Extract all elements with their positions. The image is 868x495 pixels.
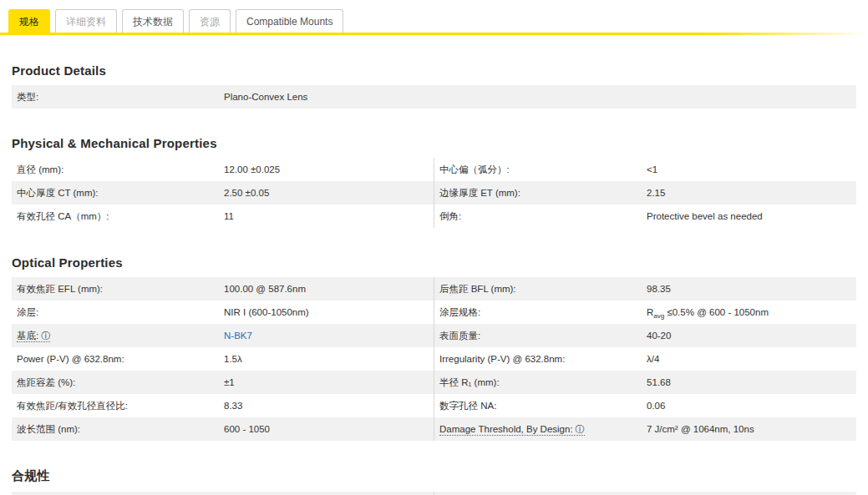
spec-label-text: 有效焦距 EFL (mm): <box>17 284 103 294</box>
spec-label: 数字孔径 NA: <box>439 400 647 412</box>
spec-value: NIR I (600-1050nm) <box>224 307 309 317</box>
spec-cell: 中心厚度 CT (mm):2.50 ±0.05 <box>12 181 434 205</box>
spec-label: 有效焦距 EFL (mm): <box>17 283 224 295</box>
spec-label-text: 后焦距 BFL (mm): <box>439 284 516 294</box>
spec-label-text: 数字孔径 NA: <box>439 401 496 411</box>
table-row: 有效焦距/有效孔径直径比:8.33数字孔径 NA:0.06 <box>12 394 856 417</box>
spec-label: 半径 R₁ (mm): <box>439 376 647 389</box>
spec-label-text: 半径 R₁ (mm): <box>439 377 500 387</box>
spec-cell: Irregularity (P-V) @ 632.8nm:λ/4 <box>434 347 856 371</box>
spec-value: 100.00 @ 587.6nm <box>224 284 306 294</box>
spec-value: ±1 <box>224 377 235 387</box>
spec-label: 有效焦距/有效孔径直径比: <box>17 400 224 412</box>
spec-value: λ/4 <box>647 354 659 364</box>
spec-label-text: 倒角: <box>439 211 461 221</box>
spec-label: 倒角: <box>439 210 647 223</box>
info-icon[interactable]: ⓘ <box>41 330 50 342</box>
spec-cell: 有效孔径 CA（mm）:11 <box>12 205 434 228</box>
spec-value: 51.68 <box>647 377 671 387</box>
tab-specs[interactable]: 规格 <box>8 9 50 33</box>
table-row: 有效焦距 EFL (mm):100.00 @ 587.6nm后焦距 BFL (m… <box>12 277 856 301</box>
spec-label-text: 有效焦距/有效孔径直径比: <box>17 401 128 411</box>
spec-label: 涂层: <box>17 306 224 319</box>
spec-label-text: 波长范围 (nm): <box>17 424 80 434</box>
spec-value: 11 <box>224 211 234 221</box>
spec-value: 8.33 <box>224 401 242 411</box>
spec-label-text: 中心偏（弧分）: <box>439 164 510 174</box>
spec-value: 12.00 ±0.025 <box>224 164 280 174</box>
spec-label-text[interactable]: Damage Threshold, By Design:ⓘ <box>439 424 585 436</box>
table-row: 直径 (mm):12.00 ±0.025中心偏（弧分）:<1 <box>12 158 856 181</box>
spec-label: 边缘厚度 ET (mm): <box>439 187 647 200</box>
spec-label-text: 涂层规格: <box>439 307 480 317</box>
section-title-optical-properties: Optical Properties <box>12 255 856 270</box>
spec-label: Damage Threshold, By Design:ⓘ <box>439 423 647 436</box>
spec-cell: 涂层规格:Ravg ≤0.5% @ 600 - 1050nm <box>434 301 856 324</box>
spec-label: Irregularity (P-V) @ 632.8nm: <box>439 354 647 364</box>
spec-value: Protective bevel as needed <box>647 211 763 221</box>
spec-label: 中心厚度 CT (mm): <box>17 187 224 200</box>
table-row: 涂层:NIR I (600-1050nm)涂层规格:Ravg ≤0.5% @ 6… <box>12 301 856 324</box>
spec-value: Ravg ≤0.5% @ 600 - 1050nm <box>647 307 769 317</box>
spec-label: 后焦距 BFL (mm): <box>439 283 647 295</box>
product-spec-page: 规格详细资料技术数据资源Compatible Mounts Product De… <box>0 0 868 495</box>
spec-value: 98.35 <box>647 284 671 294</box>
spec-label-text: 直径 (mm): <box>17 164 63 174</box>
table-row: Power (P-V) @ 632.8nm:1.5λIrregularity (… <box>12 347 856 371</box>
spec-value: <1 <box>647 164 657 174</box>
spec-cell: 边缘厚度 ET (mm):2.15 <box>434 181 856 205</box>
spec-table-compliance: RoHS:符合标准Certificate of Conformance:浏览 <box>12 492 856 495</box>
spec-label-text: 中心厚度 CT (mm): <box>17 188 99 198</box>
spec-label-text: 表面质量: <box>439 331 480 341</box>
spec-label: 表面质量: <box>439 330 647 342</box>
spec-cell: Damage Threshold, By Design:ⓘ7 J/cm² @ 1… <box>434 417 856 441</box>
spec-cell: 有效焦距 EFL (mm):100.00 @ 587.6nm <box>12 277 434 301</box>
spec-cell: 倒角:Protective bevel as needed <box>434 205 856 228</box>
spec-value: 2.15 <box>647 188 665 198</box>
table-row: 有效孔径 CA（mm）:11倒角:Protective bevel as nee… <box>12 205 856 228</box>
spec-cell: 涂层:NIR I (600-1050nm) <box>12 301 434 324</box>
spec-label-text: Irregularity (P-V) @ 632.8nm: <box>439 354 565 364</box>
n-bk7-link[interactable]: N-BK7 <box>224 331 252 341</box>
table-row: 焦距容差 (%):±1半径 R₁ (mm):51.68 <box>12 371 856 394</box>
table-row: 波长范围 (nm):600 - 1050Damage Threshold, By… <box>12 417 856 441</box>
spec-label: 涂层规格: <box>439 306 647 319</box>
info-icon[interactable]: ⓘ <box>576 423 585 436</box>
spec-cell: 波长范围 (nm):600 - 1050 <box>12 417 434 441</box>
tab-details[interactable]: 详细资料 <box>55 9 117 33</box>
spec-cell: Certificate of Conformance:浏览 <box>434 492 856 495</box>
tab-resources[interactable]: 资源 <box>189 9 231 33</box>
spec-cell: 半径 R₁ (mm):51.68 <box>434 371 856 394</box>
tab-compatible-mounts[interactable]: Compatible Mounts <box>236 9 343 33</box>
spec-cell: 直径 (mm):12.00 ±0.025 <box>12 158 434 181</box>
section-title-product-details: Product Details <box>12 63 856 78</box>
section-title-physical-mechanical: Physical & Mechanical Properties <box>12 136 856 150</box>
spec-cell: 数字孔径 NA:0.06 <box>434 394 856 417</box>
spec-value: 600 - 1050 <box>224 424 270 434</box>
spec-label: 有效孔径 CA（mm）: <box>17 210 224 223</box>
tab-accent-underline <box>0 33 868 35</box>
spec-table-optical-properties: 有效焦距 EFL (mm):100.00 @ 587.6nm后焦距 BFL (m… <box>12 277 856 441</box>
spec-cell: Power (P-V) @ 632.8nm:1.5λ <box>12 347 434 371</box>
spec-value: 1.5λ <box>224 354 242 364</box>
spec-content: Product Details类型:Plano-Convex LensPhysi… <box>0 63 868 495</box>
spec-label-text[interactable]: 基底:ⓘ <box>17 331 50 342</box>
spec-cell: 有效焦距/有效孔径直径比:8.33 <box>12 394 434 417</box>
spec-cell: 中心偏（弧分）:<1 <box>434 158 856 181</box>
spec-table-product-details: 类型:Plano-Convex Lens <box>12 85 856 109</box>
spec-cell: 表面质量:40-20 <box>434 324 856 347</box>
spec-cell: 基底:ⓘN-BK7 <box>12 324 434 347</box>
spec-label: 波长范围 (nm): <box>17 423 224 436</box>
tab-tech-data[interactable]: 技术数据 <box>122 9 184 33</box>
spec-label: 基底:ⓘ <box>17 330 224 342</box>
spec-value: Plano-Convex Lens <box>224 92 307 102</box>
spec-value: 40-20 <box>647 331 671 341</box>
spec-label: Power (P-V) @ 632.8nm: <box>17 354 224 364</box>
spec-label-text: 焦距容差 (%): <box>17 377 75 387</box>
table-row: 基底:ⓘN-BK7表面质量:40-20 <box>12 324 856 347</box>
section-title-compliance: 合规性 <box>12 468 856 484</box>
spec-label-text: 类型: <box>17 92 38 102</box>
spec-label-text: 涂层: <box>17 307 38 317</box>
spec-label: 焦距容差 (%): <box>17 376 224 389</box>
spec-label-text: 有效孔径 CA（mm）: <box>17 211 109 221</box>
